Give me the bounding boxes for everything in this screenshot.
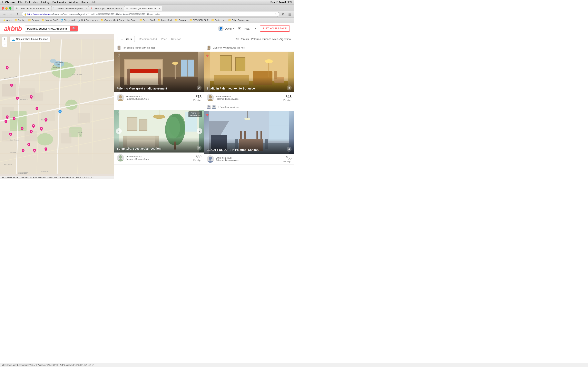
svg-point-99 [212, 108, 216, 109]
zoom-in-button[interactable]: + [2, 36, 7, 42]
bookmark-other[interactable]: 📁 Other Bookmarks [227, 18, 251, 22]
menu-file[interactable]: File [18, 1, 22, 4]
back-button[interactable]: ← [2, 12, 7, 17]
bookmark-joomla-label: Joomla Stuff [45, 19, 58, 21]
bookmarks-bar: ⭐ Apps 📁 Coding 📁 Design 📁 Joomla Stuff … [0, 18, 294, 23]
listing-1-favorite-button[interactable]: ♡ [116, 53, 120, 58]
svg-point-48 [117, 48, 121, 50]
menu-help[interactable]: Help [91, 1, 96, 4]
search-when-move-checkbox[interactable]: ✓ [12, 38, 15, 41]
bookmark-joomla[interactable]: 📁 Joomla Stuff [40, 18, 59, 22]
mail-icon[interactable]: ✉ [238, 26, 241, 31]
sort-reviews[interactable]: Reviews [171, 38, 181, 41]
bookmark-linkbuzz[interactable]: 🔗 Link Buzzmarker [76, 18, 99, 22]
listing-3-next-button[interactable]: › [197, 128, 202, 134]
apple-menu[interactable]:  [2, 0, 3, 4]
listing-1-price-block: $78 Per night [193, 94, 201, 101]
map-panel[interactable]: Av Federico Lacroze Av del Libertador Av… [0, 34, 114, 179]
maximize-window-button[interactable] [9, 7, 11, 9]
listing-card-1[interactable]: Ian Bone is friends with the host [114, 44, 204, 103]
search-input[interactable] [25, 26, 70, 31]
listing-3-prev-button[interactable]: ‹ [116, 128, 122, 134]
bookmark-star-button[interactable]: ☆ [274, 13, 277, 16]
minimize-window-button[interactable] [5, 7, 8, 9]
bookmark-coding[interactable]: 📁 Coding [13, 18, 26, 22]
chrome-menu-button[interactable]: ☰ [287, 12, 292, 17]
listing-card-4[interactable]: 2 Social connections [204, 103, 294, 165]
bookmark-design[interactable]: 📁 Design [27, 18, 40, 22]
menu-edit[interactable]: Edit [25, 1, 30, 4]
bookmark-apps[interactable]: ⭐ Apps [2, 18, 13, 22]
window-controls[interactable] [2, 7, 11, 9]
listing-3-favorite-button[interactable]: ♡ [116, 111, 120, 116]
menu-users[interactable]: Users [81, 1, 88, 4]
listing-3-location: Palermo, Buenos Aires [126, 158, 193, 160]
listing-card-2[interactable]: Cameron Wm reviewed this host [204, 44, 294, 103]
bookmark-content[interactable]: 📁 Content [173, 18, 188, 22]
listing-2-overlay: Studio in Palermo, next to Botanico 8 [204, 77, 294, 92]
listing-1-info: Entire home/apt Palermo, Buenos Aires $7… [114, 92, 204, 103]
menu-window[interactable]: Window [69, 1, 78, 4]
tab-2[interactable]: J Joomla facebook degrees... × [51, 6, 89, 11]
tab-2-favicon: J [53, 7, 56, 10]
svg-text:Airfield: Airfield [56, 64, 60, 65]
filters-button[interactable]: ☰ Filters [118, 36, 135, 42]
bookmark-profr[interactable]: 📁 Profr. [210, 18, 221, 22]
bookmark-louie[interactable]: 📁 Louie Stuff [156, 18, 173, 22]
listing-4-location: Palermo, Buenos Aires [216, 159, 283, 161]
forward-button[interactable]: → [9, 12, 14, 17]
search-button[interactable]: 🔍 [70, 26, 78, 31]
bookmark-muckrack-label: Open in Muck Rack [104, 19, 124, 21]
tab-1[interactable]: ✈ Order online via Entruster... × [14, 6, 51, 11]
zoom-out-button[interactable]: − [2, 42, 7, 47]
search-when-move-control[interactable]: ✓ Search when I move the map [10, 36, 50, 42]
tab-2-close-button[interactable]: × [85, 7, 87, 10]
url-bar[interactable]: 🔒 https://www.airbnb.com/s/Palermo--Buen… [22, 12, 279, 17]
bookmark-content-label: Content [178, 19, 186, 21]
tab-3[interactable]: S New Topic | SourceCoast × [89, 6, 124, 11]
listing-4-favorite-button[interactable]: ♥ [206, 113, 209, 117]
svg-rect-92 [127, 118, 137, 131]
menu-history[interactable]: History [41, 1, 49, 4]
tab-4-close-button[interactable]: × [159, 7, 160, 10]
list-your-space-button[interactable]: LIST YOUR SPACE [260, 25, 290, 32]
bookmark-muckrack[interactable]: 📁 Open in Muck Rack [99, 18, 125, 22]
menu-chrome[interactable]: Chrome [5, 1, 15, 4]
svg-text:Club de: Club de [78, 132, 82, 133]
listing-card-3[interactable]: ♡ Airbnb.com Verified Photo ‹ › Sunny 1b… [114, 103, 204, 165]
sort-price[interactable]: Price [161, 38, 167, 41]
bookmark-siteground[interactable]: 🌐 Siteground [59, 18, 76, 22]
help-button[interactable]: HELP [244, 27, 251, 30]
tab-4-favicon: ✈ [126, 7, 129, 10]
listings-panel[interactable]: ☰ Filters Recommended Price Reviews 697 … [114, 34, 294, 179]
tab-3-close-button[interactable]: × [121, 7, 122, 10]
menu-view[interactable]: View [33, 1, 38, 4]
map-zoom-controls: + − [2, 36, 7, 47]
listing-4-details: Entire home/apt Palermo, Buenos Aires [216, 157, 283, 161]
siteground-icon: 🌐 [61, 19, 63, 22]
listing-2-location: Palermo, Buenos Aires [216, 98, 283, 100]
svg-point-78 [208, 99, 213, 101]
bookmark-more[interactable]: » [222, 18, 226, 22]
listing-2-favorite-button[interactable]: ♥ [206, 53, 209, 58]
bookmark-cpanel[interactable]: ⚙ cPanel [126, 18, 138, 22]
refresh-button[interactable]: ↻ [16, 12, 21, 17]
menu-bookmarks[interactable]: Bookmarks [52, 1, 66, 4]
sort-recommended[interactable]: Recommended [139, 38, 157, 41]
bookmark-seo-label: SEO/SEM Stuff [193, 19, 208, 21]
extensions-button[interactable]: ⚙ [281, 12, 286, 17]
svg-point-115 [244, 118, 250, 120]
tab-1-title: Order online via Entruster... [20, 7, 47, 10]
svg-rect-72 [235, 58, 245, 71]
user-menu[interactable]: 👤 David ▼ [218, 26, 235, 31]
svg-rect-107 [256, 131, 258, 139]
tab-4-active[interactable]: ✈ Palermo, Buenos Aires, Ar... × [124, 6, 162, 11]
listing-3-host-avatar-small [117, 154, 124, 161]
bookmark-server[interactable]: 📁 Server Stuff [138, 18, 156, 22]
close-window-button[interactable] [2, 7, 4, 9]
tab-1-close-button[interactable]: × [48, 7, 49, 10]
svg-point-90 [153, 115, 165, 119]
bookmark-seo[interactable]: 📁 SEO/SEM Stuff [188, 18, 210, 22]
listing-4-overlay: BEAUTIFUL LOFT in Palermo, Cañitas. 4 [204, 139, 294, 154]
airbnb-logo[interactable]: airbnb [4, 25, 22, 32]
